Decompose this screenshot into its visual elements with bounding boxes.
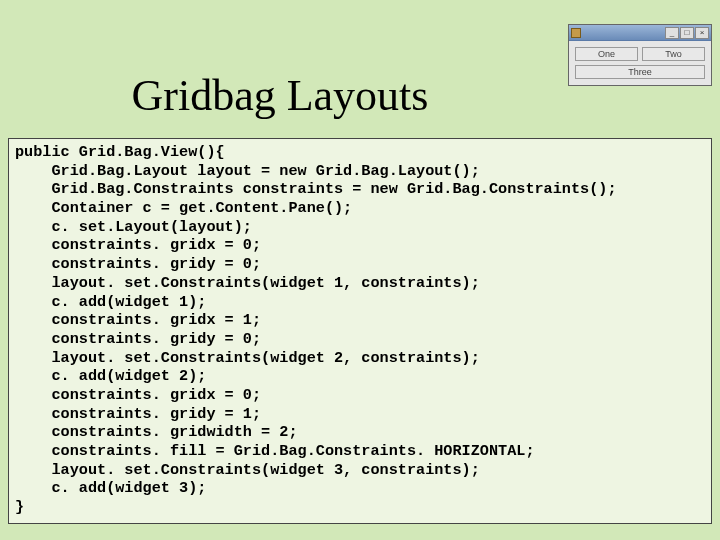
java-coffee-icon xyxy=(571,28,581,38)
code-line: } xyxy=(15,498,24,516)
window-body: One Two Three xyxy=(569,41,711,85)
code-line: c. set.Layout(layout); xyxy=(15,218,252,236)
code-line: c. add(widget 2); xyxy=(15,367,206,385)
code-line: layout. set.Constraints(widget 2, constr… xyxy=(15,349,480,367)
minimize-button[interactable]: _ xyxy=(665,27,679,39)
code-line: constraints. fill = Grid.Bag.Constraints… xyxy=(15,442,535,460)
maximize-button[interactable]: □ xyxy=(680,27,694,39)
code-line: c. add(widget 3); xyxy=(15,479,206,497)
code-line: layout. set.Constraints(widget 1, constr… xyxy=(15,274,480,292)
code-line: constraints. gridx = 0; xyxy=(15,386,261,404)
widget-three-button[interactable]: Three xyxy=(575,65,705,79)
close-button[interactable]: × xyxy=(695,27,709,39)
code-line: Container c = get.Content.Pane(); xyxy=(15,199,352,217)
slide-title: Gridbag Layouts xyxy=(0,70,560,121)
code-line: constraints. gridwidth = 2; xyxy=(15,423,298,441)
window-controls: _ □ × xyxy=(665,27,709,39)
widget-one-button[interactable]: One xyxy=(575,47,638,61)
code-line: public Grid.Bag.View(){ xyxy=(15,143,225,161)
code-line: constraints. gridx = 1; xyxy=(15,311,261,329)
code-line: constraints. gridy = 0; xyxy=(15,330,261,348)
code-line: Grid.Bag.Constraints constraints = new G… xyxy=(15,180,617,198)
code-listing: public Grid.Bag.View(){ Grid.Bag.Layout … xyxy=(8,138,712,524)
code-line: constraints. gridy = 0; xyxy=(15,255,261,273)
widget-two-button[interactable]: Two xyxy=(642,47,705,61)
code-line: constraints. gridy = 1; xyxy=(15,405,261,423)
code-line: constraints. gridx = 0; xyxy=(15,236,261,254)
code-line: layout. set.Constraints(widget 3, constr… xyxy=(15,461,480,479)
java-window: _ □ × One Two Three xyxy=(568,24,712,86)
window-titlebar: _ □ × xyxy=(569,25,711,41)
code-line: c. add(widget 1); xyxy=(15,293,206,311)
code-line: Grid.Bag.Layout layout = new Grid.Bag.La… xyxy=(15,162,480,180)
